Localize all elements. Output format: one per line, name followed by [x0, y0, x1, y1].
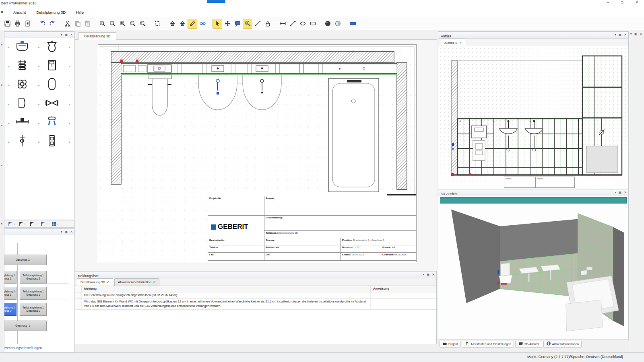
view-3d-button[interactable] [348, 19, 357, 29]
viewer3d-panel-pin-button[interactable]: ▣ [619, 190, 622, 195]
connect-elements-button[interactable] [198, 19, 207, 29]
strand-panel-collapse-button[interactable]: ▾ [61, 230, 62, 234]
message-row[interactable]: Wird das GIS Element für Wand-WC mit Ome… [75, 299, 436, 310]
save-button[interactable] [2, 19, 12, 29]
messages-panel-header: Meldungsliste ▾▣✕ [75, 272, 436, 278]
zoom-out-button[interactable] [107, 19, 117, 29]
viewer3d-panel-collapse-button[interactable]: ▾ [615, 190, 616, 195]
tab-aufriss-1[interactable]: Aufriss 1✕ [441, 39, 465, 47]
inline-valve-icon[interactable] [15, 134, 29, 149]
strand-box-right-0[interactable]: Teilstrangleitung 1Geschoss 2 [20, 271, 47, 284]
menu-detailplanung-3d[interactable]: Detailplanung 3D [36, 10, 66, 14]
drain-pump-icon[interactable] [15, 78, 29, 92]
zoom-region-button[interactable] [153, 19, 162, 29]
message-row[interactable]: Die Berechnung wurde erfolgreich abgesch… [75, 292, 436, 299]
zoom-all-button[interactable] [138, 19, 147, 29]
dimension-line-button[interactable] [278, 19, 287, 29]
catalog-panel-pin-button[interactable]: ▣ [65, 33, 68, 37]
bottom-tab-projekt[interactable]: Projekt [440, 341, 460, 348]
strand-box-right-2[interactable]: Teilstrangleitung 1Geschoss 0 [20, 303, 47, 316]
wc-icon[interactable] [45, 40, 59, 54]
pipe-tee-icon[interactable] [15, 115, 29, 130]
catalog-panel-close-button[interactable]: ✕ [70, 33, 73, 37]
menu-ansicht[interactable]: Ansicht [13, 10, 26, 14]
mini-grid-button[interactable]: ▾ [51, 221, 58, 227]
aufriss-panel-collapse-button[interactable]: ▾ [615, 33, 616, 37]
aufriss-panel-close-button[interactable]: ✕ [624, 33, 627, 37]
minimize-button[interactable]: – [607, 0, 609, 4]
floor-plan-canvas[interactable]: Projekt-Nr.: Projekt: GEBERIT Beschreibu… [75, 40, 437, 271]
bottom-tab-assistenten-und-einstellungen[interactable]: Assistenten und Einstellungen [462, 341, 514, 348]
messages-tab-abwasservorfabrikation[interactable]: Abwasservorfabrikation✔ [114, 278, 159, 286]
select-cursor-button[interactable] [213, 19, 222, 29]
towel-radiator-icon[interactable] [15, 59, 29, 73]
aufriss-panel-pin-button[interactable]: ▣ [619, 33, 622, 37]
viewer-3d-toolbar[interactable] [440, 197, 627, 204]
messages-panel-close-button[interactable]: ✕ [432, 272, 435, 277]
annotate-button[interactable] [233, 19, 242, 29]
print-button[interactable] [12, 19, 22, 29]
maximize-button[interactable]: □ [621, 0, 623, 4]
zoom-previous-button[interactable] [128, 19, 137, 29]
menu-hilfe[interactable]: Hilfe [76, 10, 84, 14]
paste-button[interactable] [83, 19, 92, 29]
messages-panel-pin-button[interactable]: ▣ [427, 272, 430, 277]
elevation-canvas[interactable]: Aufriss: Projekt: [438, 46, 628, 189]
cut-button[interactable] [62, 19, 72, 29]
strand-panel-pin-button[interactable]: ▣ [65, 230, 68, 234]
move-element-button[interactable] [223, 19, 232, 29]
geaendert-value: 08.05.2016 [394, 253, 407, 256]
urinal-icon[interactable] [15, 97, 29, 111]
dimension-button[interactable] [253, 19, 262, 29]
messages-tab-detailplanung[interactable]: Detailplanung 3D✔ [77, 278, 113, 286]
berechnungseinstellungen-link[interactable]: Berechnungseinstellungen [4, 346, 42, 350]
draw-rectangle-button[interactable] [308, 19, 318, 29]
report-button[interactable] [23, 19, 32, 29]
pipe-fitting-icon[interactable] [45, 97, 59, 111]
dockstrip-panel-collapse-button[interactable]: ▾ [630, 32, 632, 37]
zoom-in-button[interactable] [97, 19, 107, 29]
washbasin-icon[interactable] [15, 40, 29, 54]
view-home-button[interactable] [178, 19, 187, 29]
strand-box-right-1[interactable]: Teilstrangleitung 1Geschoss 1 [20, 287, 47, 300]
strand-box-left-0[interactable]: Teilstrangleitung 1Geschoss 2 [4, 271, 17, 284]
bottom-tab-3d-ansicht[interactable]: 3D-Ansicht [515, 341, 542, 348]
cistern-icon[interactable] [45, 59, 59, 73]
zoom-object-button[interactable] [243, 19, 252, 29]
strand-box-bottom[interactable]: Geschoss -1 [4, 321, 47, 331]
render-light-button[interactable] [333, 19, 343, 29]
strand-box-left-2[interactable]: Teilstrangleitung 1Geschoss 0 [4, 303, 17, 316]
bathtub-icon[interactable] [45, 78, 59, 92]
lock-element-button[interactable] [263, 19, 272, 29]
copy-button[interactable] [72, 19, 82, 29]
close-tab-icon[interactable]: ✕ [459, 41, 462, 45]
draw-line-button[interactable] [288, 19, 297, 29]
strand-box-top[interactable]: Geschoss 3 [4, 255, 47, 265]
mini-flag-black2-button[interactable]: ▾ [29, 221, 37, 227]
heater-element-icon[interactable] [45, 134, 59, 149]
undo-button[interactable] [37, 19, 47, 29]
riser-diagram[interactable]: Geschoss 3Teilstrangleitung 1Geschoss 2T… [4, 235, 74, 352]
strand-panel-close-button[interactable]: ✕ [70, 230, 73, 234]
shower-icon[interactable] [45, 115, 59, 130]
close-button[interactable]: ✕ [635, 0, 638, 4]
tab-detailplanung-3d[interactable]: Detailplanung 3D [78, 32, 116, 40]
mini-flag-blue-button[interactable]: ▾ [8, 221, 15, 227]
zoom-window-button[interactable] [118, 19, 127, 29]
messages-panel-collapse-button[interactable]: ▾ [423, 272, 424, 277]
viewport-3d[interactable] [440, 204, 627, 339]
render-dark-button[interactable] [323, 19, 332, 29]
drawing-sheet[interactable]: Projekt-Nr.: Projekt: GEBERIT Beschreibu… [98, 44, 417, 262]
redo-button[interactable] [47, 19, 57, 29]
dockstrip-panel-pin-button[interactable]: ▣ [634, 32, 638, 37]
mini-flag-black-button[interactable]: ▾ [19, 221, 26, 227]
mini-flag-blue2-button[interactable]: ▾ [40, 221, 47, 227]
catalog-panel-collapse-button[interactable]: ▾ [61, 33, 62, 37]
view-up-button[interactable] [167, 19, 177, 29]
viewer3d-panel-close-button[interactable]: ✕ [624, 190, 627, 195]
dockstrip-panel-close-button[interactable]: ✕ [640, 32, 642, 37]
draw-connection-button[interactable] [188, 19, 197, 29]
strand-box-left-1[interactable]: Teilstrangleitung 1Geschoss 1 [4, 287, 17, 300]
bottom-tab-artikelinformationen[interactable]: Artikelinformationen [543, 341, 582, 348]
draw-ellipse-button[interactable] [298, 19, 308, 29]
